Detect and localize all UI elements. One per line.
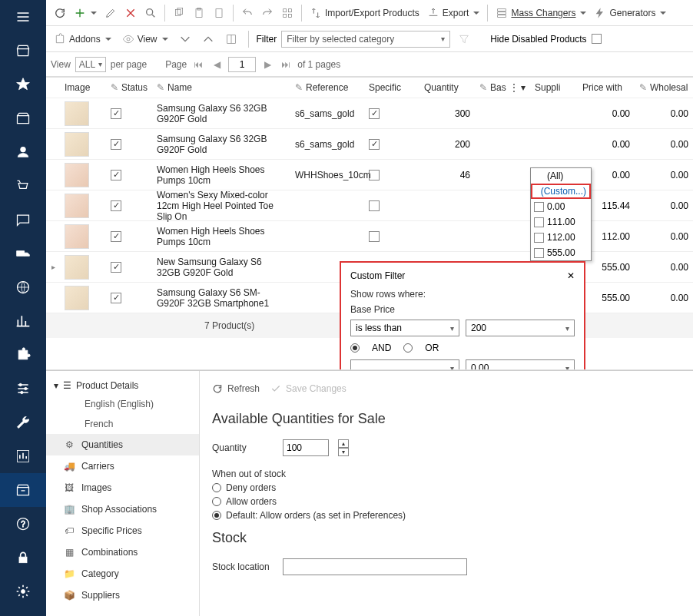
nav-images[interactable]: 🖼Images — [46, 477, 199, 498]
col-image[interactable]: Image — [60, 77, 106, 98]
nav-cart[interactable] — [0, 169, 46, 203]
mass-changers-button[interactable]: Mass Changers — [492, 4, 589, 22]
detail-refresh-button[interactable]: Refresh — [212, 383, 260, 394]
nav-globe[interactable] — [0, 270, 46, 304]
nav-chart[interactable] — [0, 304, 46, 338]
cell-supplier[interactable] — [530, 129, 578, 160]
filter-opt-2[interactable]: 112.00 — [531, 230, 591, 245]
cell-specific[interactable] — [364, 190, 419, 221]
cell-base[interactable] — [475, 190, 530, 221]
row-handle[interactable] — [46, 283, 60, 313]
export-button[interactable]: Export — [424, 4, 483, 22]
operator1-select[interactable]: is less than▾ — [350, 320, 459, 336]
cell-base[interactable] — [475, 160, 530, 190]
columns-button[interactable] — [222, 30, 240, 48]
cell-supplier[interactable] — [530, 98, 578, 129]
cell-reference[interactable]: s6_sams_gold — [290, 129, 364, 160]
nav-user[interactable] — [0, 135, 46, 169]
row-handle[interactable] — [46, 160, 60, 190]
cell-wholesale[interactable]: 0.00 — [635, 252, 693, 283]
grid-button[interactable] — [278, 4, 297, 22]
cell-specific[interactable] — [364, 221, 419, 252]
col-price-with[interactable]: Price with — [578, 77, 635, 98]
row-handle[interactable] — [46, 221, 60, 252]
cell-base[interactable] — [475, 129, 530, 160]
cell-name[interactable]: Women High Heels Shoes Pumps 10cm — [152, 160, 290, 190]
cell-price-with[interactable]: 555.00 — [578, 283, 635, 313]
row-handle[interactable]: ▸ — [46, 252, 60, 283]
cell-wholesale[interactable]: 0.00 — [635, 129, 693, 160]
pager-last[interactable]: ⏭ — [279, 58, 293, 71]
row-handle[interactable] — [46, 98, 60, 129]
details-header[interactable]: ▾☰Product Details — [46, 377, 199, 394]
operator2-select[interactable]: ▾ — [350, 359, 459, 370]
cell-name[interactable]: Women High Heels Shoes Pumps 10cm — [152, 221, 290, 252]
pager-prev[interactable]: ◀ — [210, 58, 224, 71]
nav-archive[interactable] — [0, 473, 46, 507]
nav-menu[interactable] — [0, 0, 46, 34]
filter-opt-3[interactable]: 555.00 — [531, 245, 591, 260]
col-status[interactable]: ✎Status — [106, 77, 152, 98]
cell-price-with[interactable]: 0.00 — [578, 129, 635, 160]
col-specific[interactable]: Specific — [364, 77, 419, 98]
qty-input[interactable] — [283, 439, 329, 456]
cell-status[interactable] — [106, 129, 152, 160]
hide-disabled-checkbox[interactable] — [592, 34, 602, 44]
close-button[interactable]: ✕ — [567, 270, 575, 281]
radio-or[interactable] — [403, 343, 413, 353]
nav-settings[interactable] — [0, 575, 46, 608]
nav-shop[interactable] — [0, 34, 46, 68]
filter-opt-0[interactable]: 0.00 — [531, 199, 591, 214]
value1-input[interactable]: 200▾ — [466, 320, 575, 336]
nav-suppliers[interactable]: 📦Suppliers — [46, 585, 199, 606]
pager-first[interactable]: ⏮ — [191, 58, 205, 71]
cell-wholesale[interactable]: 0.00 — [635, 190, 693, 221]
cell-status[interactable] — [106, 160, 152, 190]
nav-sliders[interactable] — [0, 372, 46, 406]
cell-status[interactable] — [106, 252, 152, 283]
cell-specific[interactable] — [364, 160, 419, 190]
collapse-button[interactable] — [199, 30, 217, 48]
redo-button[interactable] — [258, 4, 277, 22]
add-button[interactable] — [71, 4, 100, 22]
filter-opt-1[interactable]: 111.00 — [531, 214, 591, 230]
page-input[interactable] — [228, 57, 256, 72]
nav-message[interactable] — [0, 203, 46, 237]
cell-quantity[interactable] — [419, 221, 475, 252]
cell-price-with[interactable]: 0.00 — [578, 98, 635, 129]
filter-opt-custom[interactable]: (Custom...) — [531, 184, 591, 199]
cell-status[interactable] — [106, 221, 152, 252]
expand-button[interactable] — [176, 30, 194, 48]
col-base[interactable]: ✎Bas⋮ ▾ — [475, 77, 530, 98]
cell-name[interactable]: Samsung Galaxy S6 32GB G920F Gold — [152, 129, 290, 160]
cell-base[interactable] — [475, 98, 530, 129]
cell-specific[interactable] — [364, 98, 419, 129]
filter-field[interactable]: Filter by selected category▾ — [281, 31, 450, 48]
undo-button[interactable] — [238, 4, 257, 22]
cell-reference[interactable]: s6_sams_gold — [290, 98, 364, 129]
paste-button[interactable] — [190, 4, 208, 22]
cell-name[interactable]: New Samsung Galaxy S6 32GB G920F Gold — [152, 252, 290, 283]
cell-base[interactable] — [475, 221, 530, 252]
nav-specific-prices[interactable]: 🏷Specific Prices — [46, 520, 199, 541]
lang-en[interactable]: English (English) — [46, 394, 199, 414]
nav-category[interactable]: 📁Category — [46, 563, 199, 585]
cell-wholesale[interactable]: 0.00 — [635, 160, 693, 190]
cell-reference[interactable] — [290, 221, 364, 252]
cell-wholesale[interactable]: 0.00 — [635, 98, 693, 129]
cell-status[interactable] — [106, 98, 152, 129]
nav-box[interactable] — [0, 101, 46, 135]
radio-allow[interactable] — [212, 497, 221, 506]
cell-quantity[interactable]: 300 — [419, 98, 475, 129]
col-quantity[interactable]: Quantity — [419, 77, 475, 98]
nav-lock[interactable] — [0, 541, 46, 575]
col-wholesale[interactable]: ✎Wholesal — [635, 77, 693, 98]
nav-wrench[interactable] — [0, 406, 46, 439]
nav-quantities[interactable]: ⚙Quantities — [46, 434, 199, 455]
cell-status[interactable] — [106, 190, 152, 221]
edit-button[interactable] — [101, 4, 120, 22]
filter-clear-button[interactable] — [455, 30, 473, 48]
radio-and[interactable] — [350, 343, 360, 353]
cell-reference[interactable]: WHHShoes_10cm — [290, 160, 364, 190]
col-name[interactable]: ✎Name — [152, 77, 290, 98]
